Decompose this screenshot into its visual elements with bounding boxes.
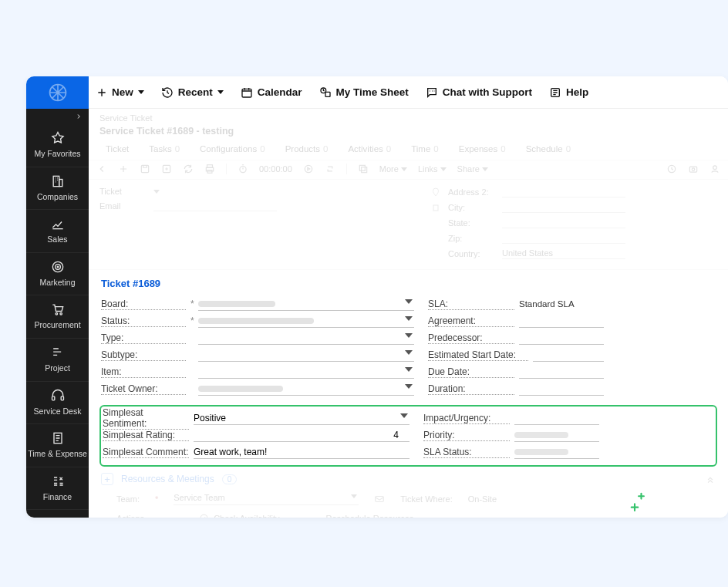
calendar-button[interactable]: Calendar (241, 86, 302, 99)
more-dropdown[interactable]: More (379, 164, 407, 174)
priority-label: Priority: (423, 430, 510, 441)
board-select[interactable] (198, 297, 414, 311)
comment-field[interactable]: Great work, team! (194, 445, 410, 459)
due-field[interactable] (519, 365, 604, 379)
ticket-form: Board: * SLA: Standard SLA Status: * Agr… (89, 295, 728, 402)
tab-tasks[interactable]: Tasks 0 (149, 144, 180, 153)
play-icon[interactable] (303, 164, 314, 174)
help-button[interactable]: Help (549, 86, 588, 99)
reschedule-link[interactable]: Reschedule Resources (326, 514, 414, 518)
recent-button[interactable]: Recent (161, 86, 224, 99)
svg-rect-3 (325, 92, 330, 96)
back-icon[interactable] (96, 164, 107, 174)
email-field[interactable] (153, 201, 277, 211)
zip-field[interactable] (502, 233, 625, 244)
plus-icon[interactable] (118, 164, 129, 174)
city-field[interactable] (502, 202, 625, 213)
share-dropdown[interactable]: Share (457, 164, 488, 174)
new-button[interactable]: New (96, 86, 144, 98)
tab-ticket[interactable]: Ticket (106, 144, 129, 153)
duration-label: Duration: (428, 383, 514, 395)
check-availability[interactable]: Check Availability (199, 513, 279, 518)
sidebar-expand[interactable] (26, 109, 89, 124)
tab-schedule[interactable]: Schedule 0 (526, 144, 571, 153)
sidebar-item-servicedesk[interactable]: Service Desk (26, 382, 89, 425)
country-field[interactable]: United States (502, 248, 625, 259)
tab-time[interactable]: Time 0 (411, 144, 439, 153)
save-icon[interactable] (140, 164, 150, 174)
addr2-field[interactable] (502, 187, 625, 197)
chat-button[interactable]: Chat with Support (426, 86, 532, 99)
impact-field[interactable] (514, 411, 599, 425)
simplesat-highlight: Simplesat Sentiment: Positive Impact/Urg… (99, 405, 717, 467)
sidebar-item-procurement[interactable]: Procurement (26, 295, 89, 339)
type-select[interactable] (198, 331, 414, 345)
svg-rect-15 (141, 165, 148, 172)
svg-rect-6 (59, 179, 62, 186)
sidebar-label: Service Desk (34, 407, 82, 417)
mail-icon[interactable] (374, 494, 385, 504)
est-start-field[interactable] (533, 348, 604, 362)
chart-icon (50, 216, 66, 231)
history-icon (161, 86, 174, 99)
tab-expenses[interactable]: Expenses 0 (459, 144, 506, 153)
timer-icon[interactable] (238, 164, 248, 174)
tab-products[interactable]: Products 0 (285, 144, 329, 153)
sidebar-item-project[interactable]: Project (26, 339, 89, 382)
state-field[interactable] (502, 218, 625, 228)
refresh-icon[interactable] (183, 164, 194, 174)
status-select[interactable] (198, 314, 414, 328)
sidebar-item-sales[interactable]: Sales (26, 210, 89, 253)
subtype-select[interactable] (198, 348, 414, 362)
saveplus-icon[interactable] (161, 164, 172, 174)
sidebar-item-time-expense[interactable]: Time & Expense (26, 424, 89, 467)
actions-dropdown[interactable]: Actions (116, 514, 144, 518)
timer-value: 00:00:00 (259, 164, 292, 174)
owner-select[interactable] (198, 382, 414, 396)
sidebar-item-favorites[interactable]: My Favorites (26, 124, 89, 167)
tab-configurations[interactable]: Configurations 0 (200, 144, 265, 153)
subtype-label: Subtype: (101, 349, 186, 361)
item-label: Item: (101, 366, 186, 378)
clock-icon[interactable] (666, 164, 677, 174)
user-icon[interactable] (709, 164, 720, 174)
item-select[interactable] (198, 365, 414, 379)
sla-status-label: SLA Status: (423, 447, 510, 458)
svg-rect-22 (361, 167, 366, 173)
due-label: Due Date: (428, 366, 514, 378)
sentiment-select[interactable]: Positive (194, 411, 410, 425)
collapse-icon[interactable] (705, 474, 716, 484)
plus-icon (96, 87, 107, 98)
sidebar-item-marketing[interactable]: Marketing (26, 253, 89, 296)
print-icon[interactable] (204, 164, 215, 174)
new-label: New (112, 86, 133, 98)
comment-label: Simplesat Comment: (103, 447, 189, 458)
links-dropdown[interactable]: Links (418, 164, 447, 174)
sla-status-field[interactable] (514, 445, 599, 459)
timesheet-button[interactable]: My Time Sheet (319, 86, 409, 99)
state-label: State: (448, 218, 494, 228)
rating-field[interactable]: 4 (194, 428, 410, 442)
receipt-icon (50, 430, 66, 446)
svg-point-9 (57, 266, 59, 268)
action-toolbar: 00:00:00 More Links Share (89, 160, 728, 180)
predecessor-field[interactable] (519, 331, 604, 345)
svg-point-11 (59, 313, 62, 315)
copy-icon (431, 203, 440, 212)
tab-activities[interactable]: Activities 0 (348, 144, 391, 153)
sidebar-item-companies[interactable]: Companies (26, 167, 89, 211)
team-select[interactable]: Service Team (174, 493, 359, 505)
loop-icon[interactable] (325, 164, 335, 174)
priority-field[interactable] (514, 428, 599, 442)
headset-icon (50, 388, 66, 403)
resources-title: Resources & Meetings (121, 474, 214, 484)
add-resource-button[interactable]: + (101, 473, 113, 485)
agreement-field[interactable] (519, 314, 604, 328)
camera-icon[interactable] (688, 164, 699, 174)
page-title: Service Ticket #1689 - testing (89, 123, 728, 144)
copy-icon[interactable] (358, 164, 369, 174)
calendar-icon (241, 86, 253, 99)
ticket-number-header: Ticket #1689 (89, 270, 728, 295)
sidebar-item-finance[interactable]: Finance (26, 467, 89, 511)
duration-field[interactable] (519, 382, 604, 396)
